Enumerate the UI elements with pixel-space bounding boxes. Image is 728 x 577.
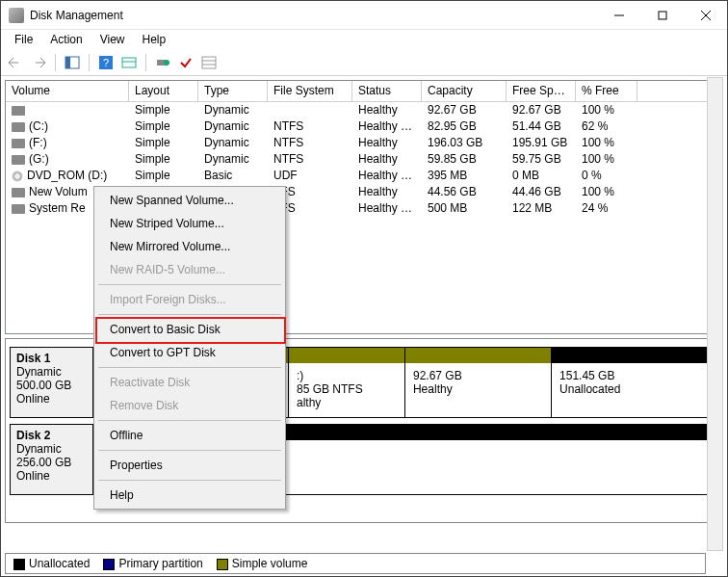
toolbar-sep — [89, 54, 90, 71]
disk-type: Dynamic — [16, 442, 87, 456]
col-status[interactable]: Status — [352, 81, 422, 101]
partition-unallocated[interactable]: 151.45 GBUnallocated — [551, 348, 717, 417]
partition-simple[interactable]: 92.67 GBHealthy — [404, 348, 551, 417]
volume-layout: Simple — [129, 102, 198, 118]
settings-button[interactable] — [118, 52, 140, 73]
volume-type: Dynamic — [198, 135, 268, 151]
volume-name: New Volum — [29, 185, 88, 198]
cd-icon — [12, 170, 23, 182]
volume-icon — [12, 188, 25, 197]
scrollbar[interactable] — [707, 77, 723, 551]
volume-row[interactable]: (C:)SimpleDynamicNTFSHealthy (B...82.95 … — [6, 118, 722, 135]
rescan-button[interactable] — [175, 52, 196, 73]
menu-separator — [98, 314, 281, 315]
volume-name: System Re — [29, 201, 86, 215]
menu-item[interactable]: Properties — [96, 454, 283, 477]
partition-simple[interactable]: :)85 GB NTFSalthy — [288, 348, 404, 417]
legend-primary: Primary partition — [103, 557, 202, 570]
col-capacity[interactable]: Capacity — [422, 81, 507, 101]
menubar: File Action View Help — [1, 30, 727, 49]
menu-item[interactable]: Convert to Basic Disk — [96, 318, 283, 341]
menu-separator — [98, 480, 281, 481]
menu-item: Import Foreign Disks... — [96, 288, 283, 311]
forward-button[interactable] — [28, 52, 49, 73]
disk-status: Online — [16, 392, 87, 406]
volume-row[interactable]: (F:)SimpleDynamicNTFSHealthy196.03 GB195… — [6, 135, 722, 151]
partition-status: Unallocated — [559, 382, 710, 396]
volume-pctfree: 100 % — [576, 184, 637, 200]
partition-status: Healthy — [413, 382, 543, 396]
volume-type: Basic — [198, 168, 268, 184]
disk-name: Disk 2 — [16, 429, 87, 442]
toolbar-sep — [145, 54, 146, 71]
menu-item[interactable]: Help — [96, 484, 283, 507]
svg-rect-5 — [65, 57, 70, 68]
disk-label[interactable]: Disk 2Dynamic256.00 GBOnline — [11, 425, 93, 494]
volume-free: 44.46 GB — [507, 184, 576, 200]
volume-pctfree: 62 % — [576, 118, 637, 135]
volume-pctfree: 0 % — [576, 168, 637, 184]
menu-item[interactable]: Convert to GPT Disk — [96, 341, 283, 364]
app-icon — [9, 8, 24, 23]
volume-icon — [12, 139, 25, 148]
menu-item: New RAID-5 Volume... — [96, 258, 283, 281]
volume-free: 59.75 GB — [507, 151, 576, 168]
menu-item[interactable]: New Striped Volume... — [96, 212, 283, 235]
close-button[interactable] — [684, 1, 727, 29]
menu-separator — [98, 420, 281, 421]
menu-separator — [98, 284, 281, 285]
volume-capacity: 196.03 GB — [422, 135, 507, 151]
volume-icon — [12, 204, 25, 214]
disk-label[interactable]: Disk 1Dynamic500.00 GBOnline — [11, 348, 93, 417]
menu-help[interactable]: Help — [135, 31, 174, 48]
menu-action[interactable]: Action — [42, 31, 90, 48]
menu-item[interactable]: Offline — [96, 424, 283, 447]
volume-type: Dynamic — [198, 102, 268, 118]
minimize-button[interactable] — [597, 1, 640, 29]
col-volume[interactable]: Volume — [6, 81, 129, 101]
volume-row[interactable]: DVD_ROM (D:)SimpleBasicUDFHealthy (P...3… — [6, 168, 722, 184]
volume-name: (G:) — [29, 152, 49, 166]
menu-view[interactable]: View — [92, 31, 133, 48]
col-pctfree[interactable]: % Free — [576, 81, 637, 101]
volume-capacity: 82.95 GB — [422, 118, 507, 135]
disk-size: 256.00 GB — [16, 456, 87, 469]
toolbar-sep — [55, 54, 56, 71]
menu-separator — [98, 450, 281, 451]
volume-row[interactable]: (G:)SimpleDynamicNTFSHealthy59.85 GB59.7… — [6, 151, 722, 168]
col-type[interactable]: Type — [198, 81, 268, 101]
legend: Unallocated Primary partition Simple vol… — [5, 553, 706, 574]
titlebar: Disk Management — [1, 1, 727, 30]
volume-status: Healthy — [352, 151, 422, 168]
menu-file[interactable]: File — [7, 31, 40, 48]
volume-type: Dynamic — [198, 151, 268, 168]
menu-item[interactable]: New Spanned Volume... — [96, 189, 283, 212]
volume-fs: NTFS — [268, 118, 352, 135]
volume-layout: Simple — [129, 135, 198, 151]
volume-name: (C:) — [29, 119, 48, 133]
volume-fs: NTFS — [268, 151, 352, 168]
volume-layout: Simple — [129, 168, 198, 184]
volume-free: 92.67 GB — [507, 102, 576, 118]
help-button[interactable]: ? — [95, 52, 117, 73]
volume-capacity: 59.85 GB — [422, 151, 507, 168]
menu-item[interactable]: New Mirrored Volume... — [96, 235, 283, 258]
maximize-button[interactable] — [640, 1, 684, 29]
back-button[interactable] — [5, 52, 26, 73]
col-free[interactable]: Free Spa... — [507, 81, 576, 101]
col-fs[interactable]: File System — [268, 81, 352, 101]
disk-status: Online — [16, 469, 87, 483]
col-layout[interactable]: Layout — [129, 81, 198, 101]
volume-capacity: 44.56 GB — [422, 184, 507, 200]
menu-separator — [98, 367, 281, 368]
volume-row[interactable]: SimpleDynamicHealthy92.67 GB92.67 GB100 … — [6, 102, 722, 118]
refresh-button[interactable] — [152, 52, 173, 73]
toolbar: ? — [1, 49, 727, 76]
volume-capacity: 500 MB — [422, 200, 507, 217]
volume-icon — [12, 155, 25, 165]
partition-status: althy — [297, 396, 397, 409]
svg-point-11 — [164, 60, 169, 66]
volume-type: Dynamic — [198, 118, 268, 135]
list-button[interactable] — [198, 52, 220, 73]
show-hide-tree-button[interactable] — [62, 52, 83, 73]
